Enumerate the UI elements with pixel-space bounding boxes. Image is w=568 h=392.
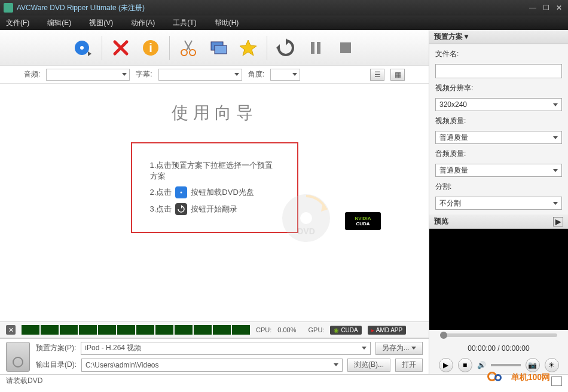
svg-text:i: i (149, 41, 152, 54)
stop-player-button[interactable]: ■ (458, 358, 472, 372)
divider (267, 36, 267, 60)
open-button[interactable]: 打开 (395, 359, 423, 372)
maximize-button[interactable]: ☐ (540, 4, 551, 12)
svg-point-4 (181, 50, 187, 56)
wizard-step-2: 2.点击 按钮加载DVD光盘 (150, 186, 279, 198)
saveas-button[interactable]: 另存为... (375, 342, 423, 355)
divider (169, 36, 170, 60)
svg-rect-9 (317, 42, 320, 54)
output-label: 输出目录(D): (36, 360, 77, 370)
preview-area (429, 229, 568, 330)
disc-icon (175, 186, 187, 198)
filename-field[interactable] (435, 64, 562, 78)
svg-point-12 (181, 192, 182, 194)
angle-label: 角度: (248, 69, 264, 79)
svg-point-14 (300, 212, 312, 224)
snapshot-button[interactable]: 📷 (526, 358, 540, 372)
audio-combo[interactable] (46, 69, 130, 81)
angle-combo[interactable] (270, 69, 300, 81)
seek-slider[interactable] (440, 333, 557, 337)
filterbar: 音频: 字幕: 角度: ☰ ▦ (0, 66, 429, 84)
wizard-title: 使用向导 (172, 102, 258, 124)
cuda-gpu-badge: ◉CUDA (330, 326, 361, 335)
vquality-label: 视频质量: (435, 116, 562, 126)
statusbar: 请装载DVD (0, 374, 568, 387)
toolbar: i (0, 30, 429, 66)
load-dvd-button[interactable] (72, 36, 94, 59)
svg-rect-10 (340, 42, 351, 53)
minimize-button[interactable]: — (527, 4, 538, 12)
dvd-bg-icon: DVD (279, 191, 333, 245)
wizard-box: 1.点击预置方案下拉框选择一个预置方案 2.点击 按钮加载DVD光盘 3.点击 … (131, 142, 298, 233)
svg-rect-8 (311, 42, 314, 54)
watermark: 单机100网 (487, 372, 550, 384)
resolution-label: 视频分辨率: (435, 83, 562, 93)
time-display: 00:00:00 / 00:00:00 (429, 341, 568, 356)
cpu-value: 0.00% (277, 326, 296, 333)
svg-rect-7 (215, 45, 227, 54)
favorite-button[interactable] (237, 36, 259, 59)
close-button[interactable]: ✕ (554, 4, 564, 12)
amd-gpu-badge: ▸AMD APP (368, 326, 406, 335)
stop-button[interactable] (334, 36, 357, 59)
svg-point-5 (190, 50, 196, 56)
cuda-badge: NVIDIA CUDA (345, 212, 381, 230)
preview-panel-header: 预览 ▶ (429, 215, 568, 229)
convert-icon (175, 203, 187, 215)
cut-button[interactable] (177, 36, 200, 59)
play-button[interactable]: ▶ (439, 358, 453, 372)
content-area: 使用向导 1.点击预置方案下拉框选择一个预置方案 2.点击 按钮加载DVD光盘 … (0, 84, 429, 321)
subtitle-label: 字幕: (136, 69, 152, 79)
window-title: AVCWare DVD Ripper Ultimate (未注册) (17, 3, 525, 13)
filename-label: 文件名: (435, 49, 562, 59)
wizard-step-1: 1.点击预置方案下拉框选择一个预置方案 (150, 160, 279, 182)
cpu-label: CPU: (256, 326, 271, 333)
wizard-step-3: 3.点击 按钮开始翻录 (150, 203, 279, 215)
menu-view[interactable]: 视图(V) (89, 18, 113, 28)
status-text: 请装载DVD (6, 376, 42, 386)
pause-button[interactable] (304, 36, 327, 59)
preset-combo[interactable]: iPod - H.264 视频 (81, 342, 370, 355)
split-combo[interactable]: 不分割 (435, 197, 562, 210)
grid-view-button[interactable]: ▦ (390, 69, 405, 81)
cpu-segments (22, 325, 250, 335)
browse-button[interactable]: 浏览(B)... (347, 359, 390, 372)
aquality-label: 音频质量: (435, 149, 562, 159)
status-icon[interactable] (551, 376, 562, 386)
gpu-label: GPU: (308, 326, 324, 333)
volume-icon[interactable]: 🔊 (477, 361, 486, 369)
app-icon (4, 3, 13, 13)
subtitle-combo[interactable] (158, 69, 242, 81)
menubar: 文件(F) 编辑(E) 视图(V) 动作(A) 工具(T) 帮助(H) (0, 16, 568, 30)
info-button[interactable]: i (139, 36, 162, 59)
menu-edit[interactable]: 编辑(E) (47, 18, 71, 28)
merge-button[interactable] (207, 36, 230, 59)
menu-tools[interactable]: 工具(T) (173, 18, 196, 28)
preset-area: 预置方案(P): iPod - H.264 视频 另存为... 输出目录(D):… (0, 338, 429, 374)
right-panel: 预置方案 ▾ 文件名: 视频分辨率: 320x240 视频质量: 普通质量 音频… (429, 30, 568, 374)
menu-help[interactable]: 帮助(H) (215, 18, 239, 28)
snapshot-settings-button[interactable]: ☀ (545, 358, 559, 372)
preset-label: 预置方案(P): (36, 343, 76, 353)
menu-file[interactable]: 文件(F) (6, 18, 29, 28)
convert-button[interactable] (274, 36, 297, 59)
resolution-combo[interactable]: 320x240 (435, 98, 562, 111)
svg-text:DVD: DVD (297, 226, 315, 236)
menu-action[interactable]: 动作(A) (131, 18, 155, 28)
output-field[interactable]: C:\Users\admin\Videos (81, 359, 343, 372)
list-view-button[interactable]: ☰ (370, 69, 384, 81)
split-label: 分割: (435, 182, 562, 192)
svg-point-1 (80, 46, 84, 50)
delete-button[interactable] (109, 36, 132, 59)
cpubar: ✕ CPU: 0.00% GPU: ◉CUDA ▸AMD APP (0, 321, 429, 338)
vquality-combo[interactable]: 普通质量 (435, 131, 562, 144)
ipod-icon (6, 342, 30, 372)
divider (102, 36, 102, 60)
audio-label: 音频: (24, 69, 40, 79)
cpubar-close-button[interactable]: ✕ (6, 325, 16, 335)
fullscreen-button[interactable]: ▶ (553, 217, 563, 226)
volume-slider[interactable] (491, 364, 521, 366)
titlebar: AVCWare DVD Ripper Ultimate (未注册) — ☐ ✕ (0, 0, 568, 16)
aquality-combo[interactable]: 普通质量 (435, 164, 562, 177)
preset-panel-header[interactable]: 预置方案 ▾ (429, 30, 568, 44)
